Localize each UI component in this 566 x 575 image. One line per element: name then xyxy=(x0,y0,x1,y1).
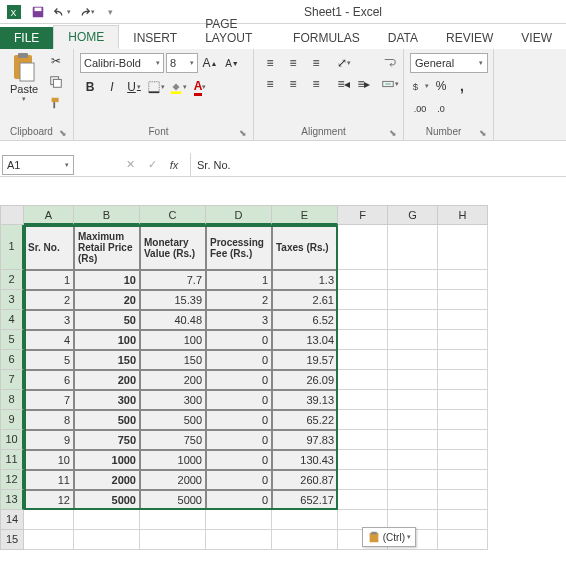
copy-icon[interactable] xyxy=(46,72,66,92)
accounting-format-icon[interactable]: $▾ xyxy=(410,76,430,96)
cell[interactable] xyxy=(438,490,488,510)
paste-button[interactable]: Paste ▾ xyxy=(4,51,44,103)
cell[interactable] xyxy=(338,370,388,390)
cell[interactable] xyxy=(338,390,388,410)
cell[interactable] xyxy=(438,450,488,470)
column-header-A[interactable]: A xyxy=(24,205,74,225)
row-header[interactable]: 13 xyxy=(0,490,24,510)
bold-button[interactable]: B xyxy=(80,77,100,97)
cell[interactable] xyxy=(338,350,388,370)
format-painter-icon[interactable] xyxy=(46,93,66,113)
formula-input[interactable]: Sr. No. xyxy=(191,153,566,176)
cell[interactable] xyxy=(438,510,488,530)
cell[interactable] xyxy=(438,470,488,490)
cell[interactable]: 200 xyxy=(140,370,206,390)
cell[interactable] xyxy=(388,310,438,330)
row-header[interactable]: 3 xyxy=(0,290,24,310)
row-header[interactable]: 12 xyxy=(0,470,24,490)
cell[interactable]: 0 xyxy=(206,430,272,450)
cell[interactable]: Maximum Retail Price (Rs) xyxy=(74,225,140,270)
cell[interactable] xyxy=(338,470,388,490)
paste-options-button[interactable]: (Ctrl) ▾ xyxy=(362,527,416,547)
cell[interactable] xyxy=(388,330,438,350)
cell[interactable]: 1 xyxy=(24,270,74,290)
cell[interactable]: 0 xyxy=(206,350,272,370)
cell[interactable]: 0 xyxy=(206,490,272,510)
percent-format-icon[interactable]: % xyxy=(431,76,451,96)
cell[interactable]: 26.09 xyxy=(272,370,338,390)
cell[interactable]: 200 xyxy=(74,370,140,390)
cell[interactable] xyxy=(438,370,488,390)
decrease-indent-icon[interactable]: ≡◂ xyxy=(334,74,354,94)
row-header[interactable]: 2 xyxy=(0,270,24,290)
cell[interactable] xyxy=(140,530,206,550)
cell[interactable] xyxy=(24,510,74,530)
redo-icon[interactable]: ▾ xyxy=(76,2,96,22)
align-center-icon[interactable]: ≡ xyxy=(283,74,303,94)
dialog-launcher-icon[interactable]: ⬊ xyxy=(479,128,489,138)
fill-color-icon[interactable]: ▾ xyxy=(168,77,188,97)
cell[interactable]: 6 xyxy=(24,370,74,390)
cell[interactable]: Taxes (Rs.) xyxy=(272,225,338,270)
cell[interactable]: 10 xyxy=(24,450,74,470)
cell[interactable]: 9 xyxy=(24,430,74,450)
number-format-select[interactable]: General▾ xyxy=(410,53,488,73)
cell[interactable] xyxy=(338,410,388,430)
comma-format-icon[interactable]: , xyxy=(452,76,472,96)
cell[interactable]: 0 xyxy=(206,450,272,470)
cell[interactable] xyxy=(388,370,438,390)
font-color-icon[interactable]: A▾ xyxy=(190,77,210,97)
cell[interactable]: 5000 xyxy=(140,490,206,510)
cancel-icon[interactable]: ✕ xyxy=(120,158,140,171)
row-header[interactable]: 14 xyxy=(0,510,24,530)
tab-home[interactable]: HOME xyxy=(53,25,119,49)
row-header[interactable]: 6 xyxy=(0,350,24,370)
excel-icon[interactable]: X xyxy=(4,2,24,22)
row-header[interactable]: 4 xyxy=(0,310,24,330)
align-middle-icon[interactable]: ≡ xyxy=(283,53,303,73)
cell[interactable] xyxy=(388,410,438,430)
cell[interactable] xyxy=(338,270,388,290)
cell[interactable]: 20 xyxy=(74,290,140,310)
cell[interactable] xyxy=(338,225,388,270)
cell[interactable] xyxy=(438,270,488,290)
cell[interactable] xyxy=(388,490,438,510)
cell[interactable]: 500 xyxy=(140,410,206,430)
cell[interactable]: 1000 xyxy=(140,450,206,470)
cell[interactable] xyxy=(438,410,488,430)
increase-decimal-icon[interactable]: .00 xyxy=(410,99,430,119)
enter-icon[interactable]: ✓ xyxy=(142,158,162,171)
qat-customize-icon[interactable]: ▾ xyxy=(100,2,120,22)
column-header-C[interactable]: C xyxy=(140,205,206,225)
cell[interactable]: 12 xyxy=(24,490,74,510)
cell[interactable]: 1.3 xyxy=(272,270,338,290)
dialog-launcher-icon[interactable]: ⬊ xyxy=(389,128,399,138)
cell[interactable] xyxy=(438,530,488,550)
border-icon[interactable]: ▾ xyxy=(146,77,166,97)
font-size-select[interactable]: 8▾ xyxy=(166,53,198,73)
tab-data[interactable]: DATA xyxy=(374,27,432,49)
column-header-E[interactable]: E xyxy=(272,205,338,225)
cell[interactable]: 150 xyxy=(74,350,140,370)
cell[interactable]: 300 xyxy=(140,390,206,410)
cut-icon[interactable]: ✂ xyxy=(46,51,66,71)
font-name-select[interactable]: Calibri-Bold▾ xyxy=(80,53,164,73)
cell[interactable]: 1000 xyxy=(74,450,140,470)
select-all-corner[interactable] xyxy=(0,205,24,225)
cell[interactable] xyxy=(438,430,488,450)
cell[interactable]: 7.7 xyxy=(140,270,206,290)
cell[interactable]: 0 xyxy=(206,470,272,490)
cell[interactable]: 4 xyxy=(24,330,74,350)
cell[interactable] xyxy=(338,430,388,450)
cell[interactable] xyxy=(438,225,488,270)
cell[interactable]: 3 xyxy=(24,310,74,330)
cell[interactable] xyxy=(206,530,272,550)
cell[interactable]: Processing Fee (Rs.) xyxy=(206,225,272,270)
cell[interactable] xyxy=(74,510,140,530)
cell[interactable] xyxy=(388,350,438,370)
cell[interactable]: 13.04 xyxy=(272,330,338,350)
cell[interactable]: 39.13 xyxy=(272,390,338,410)
column-header-G[interactable]: G xyxy=(388,205,438,225)
align-right-icon[interactable]: ≡ xyxy=(306,74,326,94)
tab-file[interactable]: FILE xyxy=(0,27,53,49)
